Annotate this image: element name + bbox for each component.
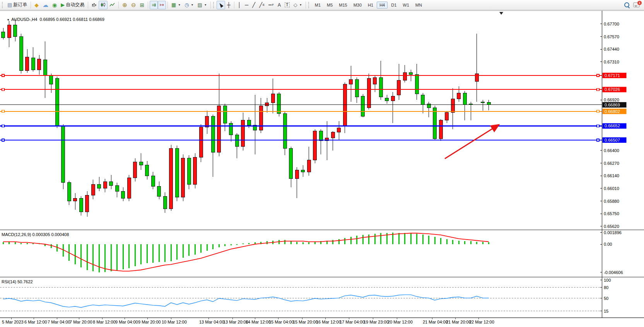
svg-text:0.66400: 0.66400 xyxy=(604,148,619,153)
chart-title: ▼AUDUSD-,H4 0.66895 0.66921 0.66811 0.66… xyxy=(2,12,104,26)
channel-e-label: E xyxy=(263,3,265,7)
candlestick-chart-button[interactable] xyxy=(99,1,108,9)
svg-text:80: 80 xyxy=(604,285,608,290)
svg-text:0.65750: 0.65750 xyxy=(604,211,619,216)
new-order-label: 新订单 xyxy=(13,2,27,8)
tf-button-M5[interactable]: M5 xyxy=(324,2,335,9)
toolbar-separator xyxy=(148,2,148,9)
svg-text:0.67026: 0.67026 xyxy=(605,87,620,92)
tf-button-MN[interactable]: MN xyxy=(413,2,425,9)
vertical-line-tool-button[interactable]: │ xyxy=(236,1,243,9)
tile-windows-icon: ⊞ xyxy=(140,2,144,8)
svg-text:7 Mar 04:00: 7 Mar 04:00 xyxy=(48,320,70,324)
candlestick-chart-icon xyxy=(101,2,106,7)
channel-tool-button[interactable]: ╱ E xyxy=(257,1,266,9)
svg-text:0.66869: 0.66869 xyxy=(605,103,620,107)
svg-text:8 Mar 12:00: 8 Mar 12:00 xyxy=(93,320,116,324)
svg-text:50: 50 xyxy=(604,296,608,301)
zoom-in-button[interactable]: ⊕ xyxy=(120,1,129,9)
tf-button-M15[interactable]: M15 xyxy=(336,2,350,9)
svg-text:0.67310: 0.67310 xyxy=(604,60,619,64)
market-watch-button[interactable]: ◆ xyxy=(32,1,41,9)
new-chart-button[interactable]: ▦ ▼ xyxy=(169,1,183,9)
chevron-down-icon: ▼ xyxy=(299,3,302,6)
search-icon[interactable] xyxy=(624,2,629,7)
new-chart-icon: ▦ xyxy=(171,2,176,7)
svg-text:0.66652: 0.66652 xyxy=(605,123,620,128)
svg-text:13 Mar 04:00: 13 Mar 04:00 xyxy=(199,320,224,324)
rsi-indicator-label: RSI(14) 50.7622 xyxy=(2,279,33,284)
svg-text:9 Mar 04:00: 9 Mar 04:00 xyxy=(115,320,138,324)
svg-text:0.66802: 0.66802 xyxy=(605,109,620,114)
new-order-icon: ▤ xyxy=(7,2,12,7)
cursor-tool-button[interactable] xyxy=(217,1,225,9)
templates-button[interactable]: ▨ ▼ xyxy=(196,1,209,9)
autotrade-label: 自动交易 xyxy=(66,2,84,8)
fibonacci-icon: ┅ xyxy=(268,2,272,7)
chat-icon[interactable]: 1 xyxy=(633,2,640,7)
crosshair-tool-button[interactable]: ┼ xyxy=(225,1,232,9)
bar-chart-button[interactable] xyxy=(90,1,99,9)
zoom-in-icon: ⊕ xyxy=(122,2,127,8)
chevron-down-icon: ▼ xyxy=(191,3,194,6)
tf-button-M30[interactable]: M30 xyxy=(351,2,364,9)
one-click-toggle-icon[interactable]: ▼ xyxy=(7,18,10,22)
tf-button-M1[interactable]: M1 xyxy=(312,2,323,9)
shapes-tool-button[interactable]: ◇ ▼ xyxy=(292,1,304,9)
fibonacci-tool-button[interactable]: ┅ F xyxy=(266,1,276,9)
svg-text:0.66507: 0.66507 xyxy=(605,138,620,142)
trendline-icon: ╱ xyxy=(252,2,255,7)
signals-icon: ◉ xyxy=(52,2,57,8)
tf-button-H4[interactable]: H4 xyxy=(377,2,388,9)
svg-text:0.00: 0.00 xyxy=(604,242,612,247)
line-chart-button[interactable] xyxy=(108,1,117,9)
zoom-out-icon: ⊖ xyxy=(131,2,136,8)
svg-text:0.67171: 0.67171 xyxy=(605,73,620,78)
svg-text:0.67570: 0.67570 xyxy=(604,34,619,39)
svg-text:100: 100 xyxy=(604,278,611,282)
new-order-button[interactable]: ▤ 新订单 xyxy=(5,1,29,9)
svg-text:17 Mar 04:00: 17 Mar 04:00 xyxy=(340,320,365,324)
vps-cloud-icon: ☁ xyxy=(43,2,48,8)
svg-text:0.65880: 0.65880 xyxy=(604,199,619,204)
toolbar-separator xyxy=(210,2,211,9)
trendline-tool-button[interactable]: ╱ xyxy=(250,1,257,9)
equidistant-channel-icon: ╱ xyxy=(259,2,262,7)
tf-button-W1[interactable]: W1 xyxy=(400,2,412,9)
market-watch-icon: ◆ xyxy=(34,2,39,8)
vps-button[interactable]: ☁ xyxy=(41,1,50,9)
svg-text:9 Mar 20:00: 9 Mar 20:00 xyxy=(138,320,161,324)
zoom-out-button[interactable]: ⊖ xyxy=(129,1,138,9)
tf-button-H1[interactable]: H1 xyxy=(365,2,376,9)
text-tool-button[interactable]: A xyxy=(276,1,283,9)
chevron-down-icon: ▼ xyxy=(178,3,181,6)
chart-window: 0.677000.675700.674400.673100.669200.664… xyxy=(0,10,644,327)
svg-text:6 Mar 12:00: 6 Mar 12:00 xyxy=(24,320,47,324)
label-tool-button[interactable]: T xyxy=(283,1,292,9)
svg-text:0.66270: 0.66270 xyxy=(604,161,619,166)
chart-shift-button[interactable]: ↦ xyxy=(158,1,166,9)
svg-text:15: 15 xyxy=(604,309,608,313)
notification-badge: 1 xyxy=(637,1,642,5)
svg-text:21 Mar 20:00: 21 Mar 20:00 xyxy=(446,320,471,324)
fibo-f-label: F xyxy=(272,3,274,7)
auto-scroll-button[interactable]: ⇉ xyxy=(150,1,158,9)
svg-text:7 Mar 20:00: 7 Mar 20:00 xyxy=(70,320,92,324)
toolbar-separator xyxy=(167,2,168,9)
horizontal-line-icon: ─ xyxy=(245,2,248,7)
tile-windows-button[interactable]: ⊞ xyxy=(138,1,146,9)
tf-button-D1[interactable]: D1 xyxy=(388,2,399,9)
periods-button[interactable]: ◷ ▼ xyxy=(183,1,195,9)
horizontal-line-tool-button[interactable]: ─ xyxy=(243,1,250,9)
auto-scroll-icon: ⇉ xyxy=(152,2,156,7)
vertical-line-icon: │ xyxy=(238,2,241,7)
svg-text:0.001896: 0.001896 xyxy=(604,230,622,235)
text-tool-icon: A xyxy=(278,3,281,7)
autotrade-button[interactable]: ▶ 自动交易 xyxy=(59,1,86,9)
chart-canvas[interactable]: 0.677000.675700.674400.673100.669200.664… xyxy=(0,11,644,327)
svg-text:15 Mar 04:00: 15 Mar 04:00 xyxy=(269,320,294,324)
svg-text:13 Mar 20:00: 13 Mar 20:00 xyxy=(223,320,248,324)
signals-button[interactable]: ◉ xyxy=(50,1,59,9)
toolbar-grip xyxy=(2,2,4,8)
toolbar-separator xyxy=(306,2,306,9)
